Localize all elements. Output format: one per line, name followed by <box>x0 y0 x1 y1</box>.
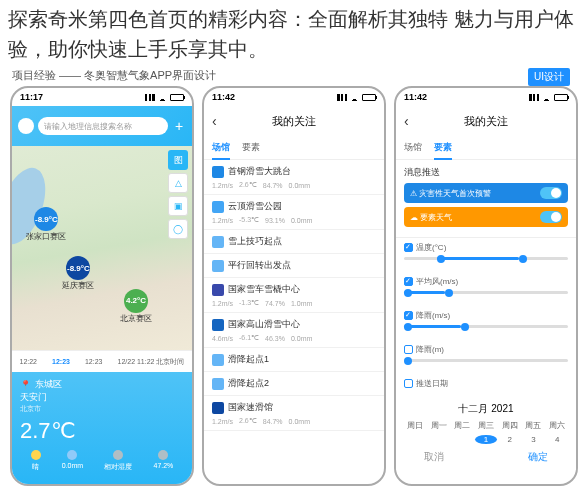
checkbox[interactable] <box>404 345 413 354</box>
list-item[interactable]: 平行回转出发点 <box>204 254 384 278</box>
venue-meta: 1.2m/s2.6℃84.7%0.0mm <box>212 181 376 189</box>
location-district: 东城区 <box>35 378 62 391</box>
weekday-label: 周五 <box>523 420 545 431</box>
forecast-item: 相对湿度 <box>104 450 132 472</box>
slider-handle[interactable] <box>445 289 453 297</box>
tab-venues[interactable]: 场馆 <box>404 141 422 154</box>
push-section-title: 消息推送 <box>404 166 568 179</box>
map-control-3[interactable]: ▣ <box>168 196 188 216</box>
calendar-weekdays: 周日周一周二周三周四周五周六 <box>404 420 568 431</box>
calendar-day[interactable]: 1 <box>475 435 497 444</box>
meta-value: 1.2m/s <box>212 417 233 425</box>
calendar-day <box>428 435 450 444</box>
avatar[interactable] <box>18 118 34 134</box>
slider-track[interactable] <box>404 291 568 294</box>
list-item[interactable]: 国家雪车雪橇中心1.2m/s-1.3℃74.7%1.0mm <box>204 278 384 313</box>
slider-track[interactable] <box>404 359 568 362</box>
slider-handle[interactable] <box>404 357 412 365</box>
meta-value: 1.0mm <box>291 299 312 307</box>
calendar-actions: 取消 确定 <box>404 450 568 464</box>
calendar-title: 十二月 2021 <box>404 402 568 416</box>
timeline[interactable]: 12:22 12:23 12:23 12/22 11:22 北京时间 <box>12 350 192 372</box>
location-place: 天安门 <box>20 391 47 404</box>
calendar-popup: 十二月 2021 周日周一周二周三周四周五周六 1234 取消 确定 <box>396 396 576 470</box>
pin-label: 张家口赛区 <box>26 231 66 242</box>
calendar-day[interactable]: 3 <box>523 435 545 444</box>
timeline-tick: 12:22 <box>20 358 38 365</box>
meta-value: 0.0mm <box>289 417 310 425</box>
slider-track[interactable] <box>404 257 568 260</box>
slider-handle[interactable] <box>404 323 412 331</box>
cancel-button[interactable]: 取消 <box>424 450 444 464</box>
list-item[interactable]: 云顶滑雪公园1.2m/s-5.3℃93.1%0.0mm <box>204 195 384 230</box>
add-button[interactable]: + <box>172 119 186 133</box>
slider-row: 平均风(m/s) <box>396 272 576 306</box>
map-pin[interactable]: 4.2°C 北京赛区 <box>120 289 152 324</box>
checkbox[interactable] <box>404 311 413 320</box>
venue-name: 国家高山滑雪中心 <box>228 318 300 331</box>
slider-handle[interactable] <box>519 255 527 263</box>
venue-meta: 4.6m/s-6.1℃46.3%0.0mm <box>212 334 376 342</box>
calendar-day[interactable]: 2 <box>499 435 521 444</box>
humidity-icon <box>113 450 123 460</box>
calendar-day[interactable]: 4 <box>546 435 568 444</box>
weekday-label: 周一 <box>428 420 450 431</box>
list-item[interactable]: 国家高山滑雪中心4.6m/s-6.1℃46.3%0.0mm <box>204 313 384 348</box>
map-control-2[interactable]: △ <box>168 173 188 193</box>
status-indicators <box>337 94 376 101</box>
status-time: 11:42 <box>404 92 427 102</box>
venue-meta: 1.2m/s-1.3℃74.7%1.0mm <box>212 299 376 307</box>
slider-track[interactable] <box>404 325 568 328</box>
toggle-switch[interactable] <box>540 187 562 199</box>
list-item[interactable]: 首钢滑雪大跳台1.2m/s2.6℃84.7%0.0mm <box>204 160 384 195</box>
page-headline: 探索奇米第四色首页的精彩内容：全面解析其独特 魅力与用户体验，助你快速上手乐享其… <box>0 0 588 68</box>
list-item[interactable]: 滑降起点2 <box>204 372 384 396</box>
slider-handle[interactable] <box>404 289 412 297</box>
map-control-1[interactable]: 图 <box>168 150 188 170</box>
weather-card[interactable]: 📍 东城区 天安门 北京市 2.7℃ 晴 0.0mm 相对湿度 47.2% <box>12 372 192 484</box>
list-item[interactable]: 国家速滑馆1.2m/s2.6℃84.7%0.0mm <box>204 396 384 431</box>
timeline-tick: 12:23 <box>52 358 70 365</box>
back-button[interactable]: ‹ <box>212 113 217 129</box>
venue-name: 国家雪车雪橇中心 <box>228 283 300 296</box>
map-pin[interactable]: -8.9°C 张家口赛区 <box>26 207 66 242</box>
list-item[interactable]: 雪上技巧起点 <box>204 230 384 254</box>
battery-icon <box>554 94 568 101</box>
tab-elements[interactable]: 要素 <box>242 141 260 154</box>
tab-elements[interactable]: 要素 <box>434 141 452 154</box>
slider-handle[interactable] <box>461 323 469 331</box>
map-control-4[interactable]: ◯ <box>168 219 188 239</box>
forecast-item: 0.0mm <box>62 450 83 472</box>
wifi-icon <box>158 94 167 101</box>
status-bar: 11:42 <box>396 88 576 106</box>
venue-list[interactable]: 首钢滑雪大跳台1.2m/s2.6℃84.7%0.0mm云顶滑雪公园1.2m/s-… <box>204 160 384 484</box>
toggle-switch[interactable] <box>540 211 562 223</box>
tabs: 场馆 要素 <box>396 136 576 160</box>
status-bar: 11:42 <box>204 88 384 106</box>
status-indicators <box>529 94 568 101</box>
slider-label-text: 温度(°C) <box>416 242 446 253</box>
rain-icon <box>67 450 77 460</box>
tab-venues[interactable]: 场馆 <box>212 141 230 154</box>
meta-value: 46.3% <box>265 334 285 342</box>
checkbox[interactable] <box>404 243 413 252</box>
signal-icon <box>529 94 539 101</box>
back-button[interactable]: ‹ <box>404 113 409 129</box>
weekday-label: 周六 <box>546 420 568 431</box>
venue-name: 雪上技巧起点 <box>228 235 282 248</box>
search-input[interactable]: 请输入地理信息搜索名称 <box>38 117 168 135</box>
venue-meta: 1.2m/s-5.3℃93.1%0.0mm <box>212 216 376 224</box>
wifi-icon <box>350 94 359 101</box>
map-pin[interactable]: -8.9°C 延庆赛区 <box>62 256 94 291</box>
list-item[interactable]: 滑降起点1 <box>204 348 384 372</box>
meta-value: 2.6℃ <box>239 417 257 425</box>
venue-name: 滑降起点2 <box>228 377 269 390</box>
venue-icon <box>212 284 224 296</box>
slider-label-text: 平均风(m/s) <box>416 276 458 287</box>
map-view[interactable]: 图 △ ▣ ◯ -8.9°C 张家口赛区 -8.9°C 延庆赛区 4.2°C 北… <box>12 146 192 350</box>
venue-icon <box>212 319 224 331</box>
slider-handle[interactable] <box>437 255 445 263</box>
ok-button[interactable]: 确定 <box>528 450 548 464</box>
checkbox[interactable] <box>404 277 413 286</box>
checkbox[interactable] <box>404 379 413 388</box>
